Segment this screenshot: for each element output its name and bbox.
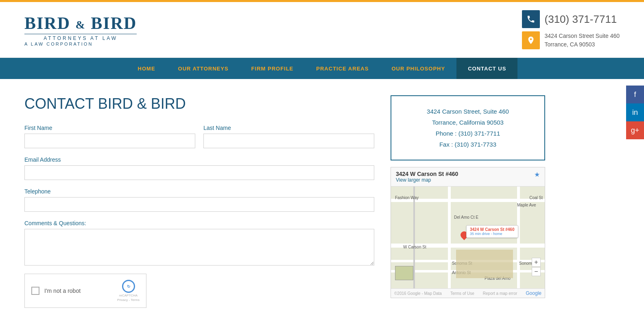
map-thumbnail-inner bbox=[395, 266, 413, 280]
page-title: CONTACT BIRD & BIRD bbox=[24, 95, 374, 112]
card-phone: Phone : (310) 371-7711 bbox=[401, 128, 535, 139]
comments-label: Comments & Questions: bbox=[24, 220, 374, 226]
nav-philosophy[interactable]: OUR PHILOSOPHY bbox=[380, 58, 456, 79]
location-icon-box bbox=[522, 31, 540, 49]
captcha-container: I'm not a robot ↻ reCAPTCHA Privacy - Te… bbox=[24, 274, 146, 308]
last-name-input[interactable] bbox=[203, 134, 374, 148]
email-group: Email Address bbox=[24, 156, 374, 180]
header-address: 3424 Carson Street Suite 460 Torrance, C… bbox=[545, 32, 620, 49]
phone-icon bbox=[526, 15, 535, 24]
site-header: BIRD & BIRD ATTORNEYS AT LAW A LAW CORPO… bbox=[0, 2, 644, 58]
map-google-logo: Google bbox=[526, 290, 541, 296]
map-header: ★ 3424 W Carson St #460 View larger map bbox=[391, 167, 545, 187]
email-input[interactable] bbox=[24, 165, 374, 180]
map-block bbox=[456, 250, 513, 278]
map-balloon: 3424 W Carson St #460 35 min drive - hom… bbox=[466, 225, 518, 238]
card-address1: 3424 Carson Street, Suite 460 bbox=[401, 106, 535, 117]
recaptcha-icon: ↻ bbox=[122, 280, 135, 293]
nav-home[interactable]: HOME bbox=[127, 58, 167, 79]
map-road-v1 bbox=[413, 187, 415, 288]
right-panel: 3424 Carson Street, Suite 460 Torrance, … bbox=[391, 95, 545, 308]
map-zoom-out[interactable]: − bbox=[532, 267, 541, 276]
phone-icon-box bbox=[522, 10, 540, 28]
googleplus-button[interactable]: g+ bbox=[626, 121, 644, 139]
card-address2: Torrance, California 90503 bbox=[401, 117, 535, 128]
map-label-top-right: Coal St bbox=[529, 195, 543, 200]
logo: BIRD & BIRD ATTORNEYS AT LAW A LAW CORPO… bbox=[24, 13, 137, 46]
logo-text: BIRD & BIRD bbox=[24, 13, 137, 33]
phone-row: (310) 371-7711 bbox=[522, 10, 620, 28]
social-sidebar: f in g+ bbox=[626, 86, 644, 139]
recaptcha-logo: ↻ reCAPTCHA Privacy - Terms bbox=[117, 280, 140, 302]
main-content: CONTACT BIRD & BIRD First Name Last Name… bbox=[0, 79, 570, 314]
last-name-label: Last Name bbox=[203, 125, 374, 131]
map-footer: ©2016 Google - Map Data Terms of Use Rep… bbox=[391, 288, 545, 298]
map-report[interactable]: Report a map error bbox=[483, 291, 517, 296]
nav-attorneys[interactable]: OUR ATTORNEYS bbox=[167, 58, 240, 79]
map-view-larger[interactable]: View larger map bbox=[396, 177, 540, 183]
phone-group: Telephone bbox=[24, 188, 374, 212]
nav-contact-us[interactable]: CONTACT US bbox=[456, 58, 517, 79]
address-row: 3424 Carson Street Suite 460 Torrance, C… bbox=[522, 31, 620, 49]
linkedin-button[interactable]: in bbox=[626, 103, 644, 121]
recaptcha-label: reCAPTCHA bbox=[119, 294, 138, 297]
comments-group: Comments & Questions: bbox=[24, 220, 374, 266]
map-copyright: ©2016 Google - Map Data bbox=[394, 291, 442, 296]
name-row: First Name Last Name bbox=[24, 125, 374, 148]
location-icon bbox=[526, 36, 535, 45]
phone-label: Telephone bbox=[24, 188, 374, 195]
map-container: ★ 3424 W Carson St #460 View larger map … bbox=[391, 167, 545, 298]
map-terms[interactable]: Terms of Use bbox=[450, 291, 474, 296]
first-name-label: First Name bbox=[24, 125, 195, 131]
main-nav: HOME OUR ATTORNEYS FIRM PROFILE PRACTICE… bbox=[0, 58, 644, 79]
card-fax: Fax : (310) 371-7733 bbox=[401, 139, 535, 150]
map-visual[interactable]: Fashion Way W Carson St Sonoma St Antoni… bbox=[391, 187, 545, 288]
header-contact-info: (310) 371-7711 3424 Carson Street Suite … bbox=[522, 10, 620, 49]
map-star-icon: ★ bbox=[534, 171, 540, 178]
nav-practice-areas[interactable]: PRACTICE AREAS bbox=[305, 58, 380, 79]
map-label-del-amo: Del Amo Ct E bbox=[454, 215, 478, 220]
last-name-group: Last Name bbox=[203, 125, 374, 148]
map-thumbnail bbox=[395, 266, 413, 280]
nav-firm-profile[interactable]: FIRM PROFILE bbox=[240, 58, 305, 79]
logo-subtitle: ATTORNEYS AT LAW bbox=[24, 34, 137, 41]
contact-form-section: CONTACT BIRD & BIRD First Name Last Name… bbox=[24, 95, 374, 308]
recaptcha-sub: Privacy - Terms bbox=[117, 298, 140, 302]
header-phone: (310) 371-7711 bbox=[545, 13, 617, 26]
map-label-fashion: Fashion Way bbox=[395, 195, 419, 200]
logo-corp: A LAW CORPORATION bbox=[24, 42, 93, 46]
facebook-button[interactable]: f bbox=[626, 86, 644, 103]
first-name-group: First Name bbox=[24, 125, 195, 148]
first-name-input[interactable] bbox=[24, 134, 195, 148]
map-zoom-in[interactable]: + bbox=[532, 258, 541, 267]
comments-textarea[interactable] bbox=[24, 229, 374, 266]
email-label: Email Address bbox=[24, 156, 374, 163]
map-label-maple: Maple Ave bbox=[517, 203, 536, 207]
map-label-carson: W Carson St bbox=[403, 245, 426, 249]
phone-input[interactable] bbox=[24, 197, 374, 212]
map-road-del-amo bbox=[448, 187, 451, 288]
captcha-text: I'm not a robot bbox=[44, 288, 81, 294]
map-title: 3424 W Carson St #460 bbox=[396, 171, 540, 177]
address-card: 3424 Carson Street, Suite 460 Torrance, … bbox=[391, 95, 545, 160]
map-zoom-controls: + − bbox=[532, 258, 541, 276]
map-balloon-sub: 35 min drive - home bbox=[470, 232, 515, 236]
captcha-checkbox[interactable] bbox=[31, 287, 39, 295]
